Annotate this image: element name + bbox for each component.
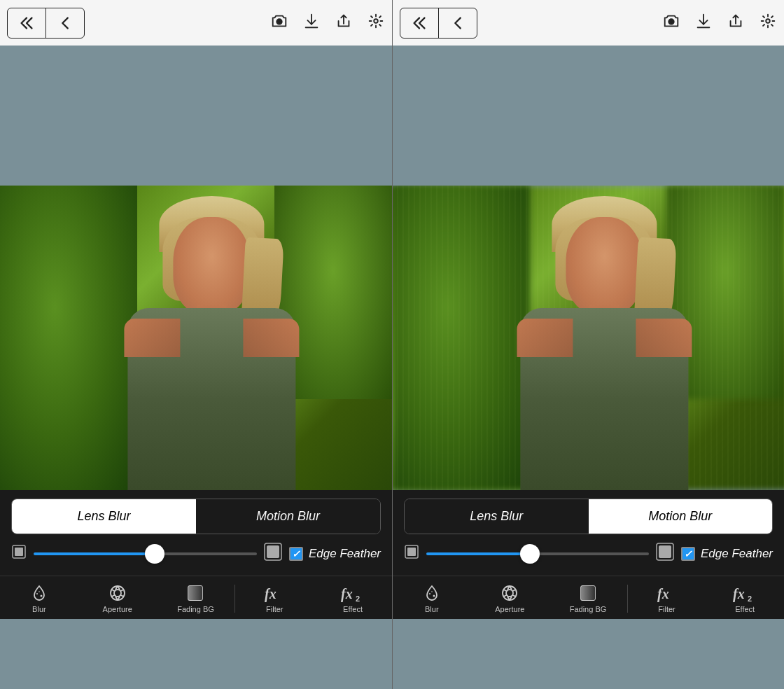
svg-point-38 bbox=[429, 593, 430, 594]
left-nav-filter-label: Filter bbox=[266, 605, 283, 613]
right-lens-blur-tab[interactable]: Lens Blur bbox=[405, 499, 589, 534]
left-nav-filter[interactable]: fx Filter bbox=[235, 580, 314, 616]
left-settings-button[interactable] bbox=[367, 12, 385, 34]
right-nav-fading-label: Fading BG bbox=[570, 605, 607, 613]
left-panel: Lens Blur Motion Blur bbox=[0, 0, 392, 689]
svg-line-50 bbox=[504, 590, 507, 592]
svg-text:2: 2 bbox=[356, 594, 360, 603]
svg-point-5 bbox=[374, 19, 378, 23]
svg-point-14 bbox=[114, 590, 121, 597]
right-nav-effect-label: Effect bbox=[735, 605, 755, 613]
left-edge-feather-checkbox[interactable]: ✓ bbox=[289, 547, 303, 561]
right-shoulder-right bbox=[636, 319, 692, 357]
svg-point-42 bbox=[506, 590, 513, 597]
right-panel: Lens Blur Motion Blur bbox=[392, 0, 784, 689]
left-motion-blur-tab[interactable]: Motion Blur bbox=[196, 499, 380, 534]
svg-point-10 bbox=[36, 593, 38, 594]
left-slider-thumb[interactable] bbox=[145, 544, 164, 564]
right-photo-canvas bbox=[393, 186, 784, 490]
right-settings-button[interactable] bbox=[759, 12, 777, 34]
right-edge-feather: ✓ Edge Feather bbox=[681, 547, 773, 561]
svg-line-46 bbox=[512, 595, 516, 597]
left-edge-feather-label: Edge Feather bbox=[309, 547, 381, 561]
right-nav-blur-label: Blur bbox=[425, 605, 439, 613]
left-toolbar bbox=[0, 0, 392, 46]
left-nav-fading-bg[interactable]: Fading BG bbox=[157, 580, 235, 616]
left-bottom-nav: Blur Aperture bbox=[0, 576, 392, 619]
right-share-button[interactable] bbox=[727, 12, 745, 34]
svg-point-13 bbox=[111, 586, 125, 600]
svg-rect-24 bbox=[188, 586, 202, 600]
right-slider-track[interactable] bbox=[426, 552, 649, 555]
svg-point-11 bbox=[40, 595, 42, 597]
left-slider-track[interactable] bbox=[34, 552, 257, 555]
left-blur-tabs: Lens Blur Motion Blur bbox=[11, 499, 381, 534]
left-lens-blur-tab[interactable]: Lens Blur bbox=[12, 499, 196, 534]
left-nav-aperture-label: Aperture bbox=[103, 605, 132, 613]
left-photo-canvas bbox=[0, 186, 392, 490]
svg-point-33 bbox=[766, 19, 770, 23]
right-nav-aperture-label: Aperture bbox=[495, 605, 524, 613]
left-nav-effect[interactable]: fx 2 Effect bbox=[314, 580, 392, 616]
right-blur-icon bbox=[422, 583, 442, 603]
left-nav-aperture[interactable]: Aperture bbox=[78, 580, 157, 616]
right-blur-tabs: Lens Blur Motion Blur bbox=[404, 499, 773, 534]
svg-line-49 bbox=[504, 595, 507, 597]
right-back-double-button[interactable] bbox=[400, 8, 438, 38]
right-filter-icon: fx bbox=[656, 583, 678, 603]
right-nav-aperture[interactable]: Aperture bbox=[471, 580, 550, 616]
left-share-button[interactable] bbox=[335, 12, 353, 34]
right-bottom-nav: Blur Aperture bbox=[393, 576, 784, 619]
left-aperture-icon bbox=[108, 583, 127, 603]
left-fading-icon bbox=[186, 583, 205, 603]
svg-point-39 bbox=[433, 595, 435, 597]
right-face bbox=[566, 217, 643, 315]
right-motion-blur-tab[interactable]: Motion Blur bbox=[589, 499, 773, 534]
right-download-button[interactable] bbox=[694, 12, 713, 34]
svg-line-21 bbox=[111, 595, 115, 597]
right-nav-fading-bg[interactable]: Fading BG bbox=[549, 580, 627, 616]
right-edge-feather-checkbox[interactable]: ✓ bbox=[681, 547, 695, 561]
left-photo-area bbox=[0, 186, 392, 490]
left-nav-blur[interactable]: Blur bbox=[0, 580, 78, 616]
svg-line-17 bbox=[120, 590, 123, 592]
svg-text:fx: fx bbox=[265, 586, 276, 602]
svg-text:fx: fx bbox=[341, 586, 353, 602]
right-fading-icon bbox=[578, 583, 598, 603]
left-person bbox=[113, 196, 309, 490]
left-nav-blur-label: Blur bbox=[32, 605, 46, 613]
left-back-double-button[interactable] bbox=[8, 8, 46, 38]
svg-rect-7 bbox=[15, 548, 23, 556]
left-download-button[interactable] bbox=[302, 12, 321, 34]
svg-line-45 bbox=[512, 590, 516, 592]
right-nav-blur[interactable]: Blur bbox=[393, 580, 471, 616]
right-toolbar-icons bbox=[662, 12, 777, 34]
right-controls: Lens Blur Motion Blur bbox=[393, 490, 784, 576]
left-slider-max-icon bbox=[264, 543, 282, 564]
right-slider-thumb[interactable] bbox=[520, 544, 540, 564]
right-edge-feather-label: Edge Feather bbox=[701, 547, 773, 561]
right-camera-button[interactable] bbox=[662, 12, 680, 34]
right-slider-max-icon bbox=[656, 543, 674, 564]
right-nav-effect[interactable]: fx 2 Effect bbox=[706, 580, 784, 616]
right-photo-area bbox=[393, 186, 784, 490]
right-nav-filter-label: Filter bbox=[658, 605, 675, 613]
left-nav-fading-label: Fading BG bbox=[177, 605, 214, 613]
right-aperture-icon bbox=[500, 583, 519, 603]
left-toolbar-icons bbox=[270, 12, 385, 34]
svg-rect-35 bbox=[407, 548, 416, 556]
left-camera-button[interactable] bbox=[270, 12, 288, 34]
left-blur-icon bbox=[29, 583, 49, 603]
right-back-single-button[interactable] bbox=[438, 8, 477, 38]
left-controls: Lens Blur Motion Blur bbox=[0, 490, 392, 576]
svg-point-1 bbox=[278, 20, 281, 23]
left-back-single-button[interactable] bbox=[46, 8, 84, 38]
left-shoulder-right bbox=[243, 319, 299, 357]
svg-text:2: 2 bbox=[748, 594, 752, 603]
right-shoulder-left bbox=[517, 319, 573, 357]
left-gray-top bbox=[0, 46, 392, 186]
right-person bbox=[506, 196, 702, 490]
svg-rect-52 bbox=[581, 586, 595, 600]
left-back-buttons bbox=[7, 8, 85, 39]
right-nav-filter[interactable]: fx Filter bbox=[628, 580, 706, 616]
